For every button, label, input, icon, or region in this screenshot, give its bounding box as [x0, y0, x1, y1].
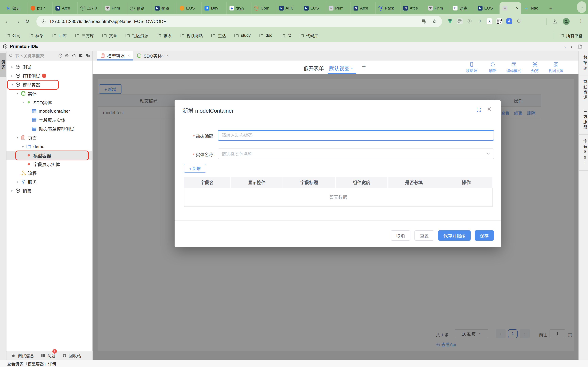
- rail-tab[interactable]: 三方服务: [579, 105, 588, 134]
- reload-icon[interactable]: ↻: [25, 18, 29, 24]
- history-back-icon[interactable]: ‹: [564, 44, 566, 49]
- bookmark-folder[interactable]: UI库: [52, 33, 67, 38]
- browser-tab[interactable]: B 动态: [450, 2, 475, 14]
- tree-expand-arrow[interactable]: ▸: [10, 189, 15, 192]
- new-tab-button[interactable]: +: [546, 2, 556, 14]
- tab-default-view[interactable]: 默认视图 ▾: [329, 64, 353, 72]
- bookmark-folder[interactable]: 生活: [211, 33, 226, 38]
- refresh-icon[interactable]: 刷新: [485, 62, 500, 73]
- fullscreen-icon[interactable]: [476, 107, 481, 112]
- debug-info-item[interactable]: 调试信息: [11, 352, 34, 359]
- browser-tab[interactable]: n 127.0: [77, 2, 102, 14]
- tree-item[interactable]: ▾ 实体: [7, 89, 92, 98]
- reset-button[interactable]: 重置: [415, 230, 434, 241]
- bookmark-folder[interactable]: 求职: [156, 33, 172, 38]
- save-and-continue-button[interactable]: 保存并继续: [438, 230, 471, 241]
- tree-expand-arrow[interactable]: ▸: [21, 145, 26, 148]
- cancel-button[interactable]: 取消: [391, 230, 410, 241]
- forward-icon[interactable]: →: [15, 18, 20, 24]
- vue-extension-icon[interactable]: [447, 18, 453, 24]
- browser-tab[interactable]: n 预览: [127, 2, 152, 14]
- sort-icon[interactable]: [79, 53, 83, 58]
- tree-expand-arrow[interactable]: ▸: [10, 74, 15, 78]
- browser-tab[interactable]: C Com: [251, 2, 276, 14]
- tree-item[interactable]: 字段展示实体: [7, 160, 92, 168]
- browser-tab[interactable]: ∞ Nac: [521, 2, 546, 14]
- x-extension-icon[interactable]: X: [487, 18, 492, 24]
- browser-tab[interactable]: ◆ 文心: [226, 2, 251, 14]
- tree-expand-arrow[interactable]: ▸: [10, 65, 15, 69]
- ai-assistant-icon[interactable]: AI: [58, 53, 63, 58]
- history-forward-icon[interactable]: ›: [571, 44, 572, 49]
- problems-item[interactable]: 问题 1: [41, 352, 55, 359]
- bookmark-folder[interactable]: 公司: [5, 33, 20, 38]
- tree-item[interactable]: ▸ demo: [7, 142, 92, 151]
- new-resource-icon[interactable]: [65, 53, 69, 58]
- tree-item[interactable]: 流程: [7, 168, 92, 177]
- browser-tab[interactable]: N EOS: [475, 2, 500, 14]
- recorder-extension-icon[interactable]: [467, 18, 473, 24]
- bookmark-folder[interactable]: r2: [281, 33, 291, 38]
- tree-item[interactable]: ▾ 页面: [7, 133, 92, 142]
- bookmark-folder[interactable]: 社区资源: [125, 33, 148, 38]
- tree-item[interactable]: ▸ 销售: [7, 186, 92, 195]
- browser-tab[interactable]: EOS: [177, 2, 201, 14]
- browser-tab[interactable]: Ψ ×: [500, 2, 521, 14]
- browser-tab[interactable]: N Afce: [400, 2, 425, 14]
- bookmark-folder[interactable]: study: [234, 33, 251, 38]
- tree-item[interactable]: 模型容器: [7, 151, 92, 160]
- entity-name-select[interactable]: 请选择实体名称: [218, 149, 494, 159]
- browser-tab[interactable]: Ψ Prim: [326, 2, 350, 14]
- translate-icon[interactable]: En文: [86, 53, 90, 58]
- tree-expand-arrow[interactable]: ▾: [10, 83, 15, 86]
- tree-expand-arrow[interactable]: ▾: [15, 92, 20, 95]
- tree-item[interactable]: ▸ 服务: [7, 177, 92, 186]
- save-icon[interactable]: [578, 44, 583, 49]
- rail-tab[interactable]: 数据源: [579, 51, 588, 75]
- preview-icon[interactable]: 预览: [527, 62, 542, 73]
- add-view-button[interactable]: +: [362, 63, 366, 70]
- qrcode-extension-icon[interactable]: [496, 18, 502, 24]
- downloader-extension-icon[interactable]: [506, 18, 512, 24]
- bookmark-folder[interactable]: ddd: [259, 33, 272, 38]
- bookmark-folder[interactable]: 框架: [29, 33, 43, 38]
- url-text[interactable]: 127.0.0.1:28079/ide/index.html?appName=E…: [49, 19, 166, 24]
- all-bookmarks[interactable]: 所有书签: [554, 32, 583, 39]
- url-bar[interactable]: 127.0.0.1:28079/ide/index.html?appName=E…: [36, 16, 442, 27]
- browser-menu-icon[interactable]: ⋮: [579, 18, 583, 24]
- tree-expand-arrow[interactable]: ▾: [15, 136, 20, 140]
- editor-tab-close-icon[interactable]: ×: [167, 53, 169, 58]
- browser-tab[interactable]: B Pack: [375, 2, 400, 14]
- translate-page-icon[interactable]: G: [422, 19, 427, 24]
- tree-item[interactable]: 动态表单模型测试: [7, 124, 92, 133]
- rail-tab[interactable]: 离线资源: [579, 75, 588, 105]
- recycle-bin-item[interactable]: 回收站: [62, 352, 81, 359]
- mobile-view-icon[interactable]: 移动端: [464, 62, 479, 73]
- search-input[interactable]: 输入关键字搜索: [15, 53, 44, 58]
- browser-tab[interactable]: Ψ Prim: [425, 2, 450, 14]
- tab-low-code-form[interactable]: 低开表单: [303, 64, 324, 72]
- browser-tab[interactable]: N 预览: [152, 2, 177, 14]
- j-extension-icon[interactable]: J: [477, 18, 483, 24]
- rail-tab[interactable]: 命名Sql: [579, 134, 588, 171]
- browser-tab[interactable]: D Dev: [201, 2, 226, 14]
- tree-item[interactable]: 字段展示实体: [7, 116, 92, 124]
- extensions-puzzle-icon[interactable]: [516, 18, 522, 24]
- site-info-icon[interactable]: [41, 19, 46, 24]
- rail-tab-resources[interactable]: 资源: [0, 53, 6, 77]
- view-settings-icon[interactable]: 视图设置: [549, 62, 563, 73]
- browser-tab[interactable]: N 普元: [3, 2, 27, 14]
- tree-item[interactable]: modelContainer: [7, 107, 92, 116]
- tab-close-icon[interactable]: ×: [516, 6, 519, 11]
- dynamic-code-input[interactable]: [218, 130, 494, 141]
- bookmark-folder[interactable]: 视频网站: [180, 33, 203, 38]
- browser-tab[interactable]: N Afce: [52, 2, 77, 14]
- dialog-close-icon[interactable]: ✕: [487, 106, 492, 112]
- browser-tab[interactable]: N AFC: [276, 2, 301, 14]
- tab-search-chevron-icon[interactable]: ⌄: [577, 1, 586, 13]
- tree-item[interactable]: ▾ SDO实体: [7, 98, 92, 107]
- tree-item[interactable]: ▸ 打印测试 !: [7, 71, 92, 80]
- tree-expand-arrow[interactable]: ▾: [21, 100, 26, 104]
- browser-tab[interactable]: Ψ Prim: [102, 2, 127, 14]
- editor-tab[interactable]: SDO实体* ×: [133, 51, 172, 60]
